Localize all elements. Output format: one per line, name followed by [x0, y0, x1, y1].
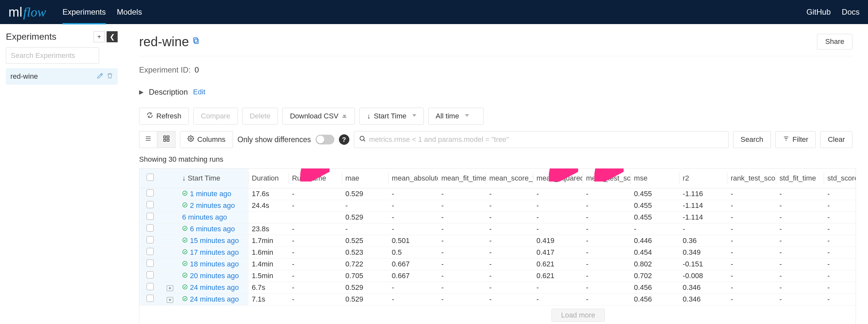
expand-plus-icon[interactable]: +	[167, 297, 173, 303]
col-std-score-tim[interactable]: std_score_tim	[824, 169, 856, 188]
table-row[interactable]: 15 minutes ago1.7min-0.5250.501--0.419-0…	[140, 235, 856, 246]
row-expand[interactable]	[161, 258, 179, 270]
table-row[interactable]: 18 minutes ago1.4min-0.7220.667--0.621-0…	[140, 258, 856, 270]
table-row[interactable]: 20 minutes ago1.5min-0.7050.667--0.621-0…	[140, 270, 856, 282]
table-row[interactable]: 1 minute ago17.6s-0.529-----0.455-1.116-…	[140, 188, 856, 200]
row-checkbox[interactable]	[140, 211, 161, 223]
toolbar-row-2: Columns Only show differences ? metrics.…	[139, 131, 852, 148]
run-time-link[interactable]: 18 minutes ago	[190, 260, 239, 268]
run-time-link[interactable]: 2 minutes ago	[190, 201, 235, 209]
col-duration[interactable]: Duration	[249, 169, 289, 188]
runs-search-input[interactable]: metrics.rmse < 1 and params.model = "tre…	[354, 131, 728, 148]
run-time-link[interactable]: 1 minute ago	[190, 190, 231, 198]
nav-models[interactable]: Models	[117, 0, 142, 24]
run-time-link[interactable]: 24 minutes ago	[190, 295, 239, 303]
edit-description-link[interactable]: Edit	[193, 88, 206, 96]
timerange-dropdown[interactable]: All time	[428, 108, 484, 125]
search-experiments-input[interactable]: Search Experiments	[6, 48, 99, 64]
expand-plus-icon[interactable]: +	[167, 285, 173, 291]
row-checkbox[interactable]	[140, 246, 161, 258]
cell-start-time[interactable]: 1 minute ago	[179, 188, 248, 200]
col-rank-test-scor[interactable]: rank_test_scor	[727, 169, 776, 188]
only-diff-toggle[interactable]	[315, 135, 334, 144]
grid-view-button[interactable]	[157, 131, 176, 148]
nav-experiments[interactable]: Experiments	[62, 0, 105, 24]
row-expand[interactable]	[161, 200, 179, 211]
table-row[interactable]: + 24 minutes ago6.7s-0.529-----0.4560.34…	[140, 282, 856, 293]
row-expand[interactable]: +	[161, 293, 179, 305]
row-checkbox[interactable]	[140, 258, 161, 270]
download-csv-button[interactable]: Download CSV	[282, 108, 355, 125]
col-std-fit-time[interactable]: std_fit_time	[776, 169, 824, 188]
cell-start-time[interactable]: 15 minutes ago	[179, 235, 248, 246]
col-mse[interactable]: mse	[631, 169, 680, 188]
cell-start-time[interactable]: 17 minutes ago	[179, 246, 248, 258]
row-checkbox[interactable]	[140, 188, 161, 200]
cell-start-time[interactable]: 24 minutes ago	[179, 282, 248, 293]
row-checkbox[interactable]	[140, 270, 161, 282]
load-more-button[interactable]: Load more	[552, 309, 604, 322]
sidebar-item-red-wine[interactable]: red-wine	[6, 68, 118, 85]
run-time-link[interactable]: 20 minutes ago	[190, 272, 239, 280]
row-checkbox[interactable]	[140, 235, 161, 246]
status-check-icon	[182, 202, 188, 208]
run-time-link[interactable]: 17 minutes ago	[190, 248, 239, 256]
nav-github[interactable]: GitHub	[807, 7, 831, 17]
help-icon[interactable]: ?	[339, 134, 349, 145]
col-mean-absolute[interactable]: mean_absolute	[389, 169, 438, 188]
delete-button[interactable]: Delete	[242, 108, 278, 125]
table-row[interactable]: + 24 minutes ago7.1s-0.529-----0.4560.34…	[140, 293, 856, 305]
table-row[interactable]: 6 minutes ago23.8s---------------	[140, 223, 856, 235]
table-row[interactable]: 6 minutes ago0.529-----0.455-1.114------	[140, 211, 856, 223]
col-mean-fit-time[interactable]: mean_fit_time	[438, 169, 486, 188]
row-checkbox[interactable]	[140, 223, 161, 235]
description-row[interactable]: ▶ Description Edit	[139, 88, 852, 97]
col-select-all[interactable]	[140, 169, 161, 188]
col-mean-score-ti[interactable]: mean_score_ti	[486, 169, 533, 188]
col-run-name[interactable]: Run Name	[288, 169, 342, 188]
row-expand[interactable]	[161, 188, 179, 200]
clear-button[interactable]: Clear	[820, 131, 852, 148]
row-checkbox[interactable]	[140, 282, 161, 293]
col-mae[interactable]: mae	[342, 169, 389, 188]
col-mean-test-sco[interactable]: mean_test_sco	[583, 169, 631, 188]
refresh-button[interactable]: Refresh	[139, 108, 189, 125]
run-time-link[interactable]: 15 minutes ago	[190, 236, 239, 245]
run-time-link[interactable]: 6 minutes ago	[182, 213, 227, 221]
cell-start-time[interactable]: 18 minutes ago	[179, 258, 248, 270]
columns-button[interactable]: Columns	[180, 131, 233, 148]
nav-docs[interactable]: Docs	[842, 7, 860, 17]
row-checkbox[interactable]	[140, 293, 161, 305]
col-mean-squared[interactable]: mean_squared	[533, 169, 583, 188]
edit-experiment-icon[interactable]	[97, 72, 103, 81]
collapse-sidebar-button[interactable]: ❮	[106, 31, 118, 42]
sort-dropdown[interactable]: ↓ Start Time	[360, 108, 424, 125]
delete-experiment-icon[interactable]	[106, 72, 113, 81]
row-expand[interactable]	[161, 211, 179, 223]
filter-button[interactable]: Filter	[775, 131, 816, 148]
compare-button[interactable]: Compare	[193, 108, 238, 125]
logo[interactable]: mlflow	[8, 5, 46, 20]
row-expand[interactable]	[161, 246, 179, 258]
col-start-time[interactable]: ↓Start Time	[179, 169, 248, 188]
cell-start-time[interactable]: 6 minutes ago	[179, 211, 248, 223]
run-time-link[interactable]: 24 minutes ago	[190, 283, 239, 292]
share-button[interactable]: Share	[817, 34, 852, 50]
cell-start-time[interactable]: 2 minutes ago	[179, 200, 248, 211]
row-expand[interactable]	[161, 270, 179, 282]
copy-experiment-icon[interactable]	[192, 37, 200, 47]
table-row[interactable]: 2 minutes ago24.4s-------0.455-1.114----…	[140, 200, 856, 211]
col-r2[interactable]: r2	[680, 169, 727, 188]
search-button[interactable]: Search	[733, 131, 771, 148]
cell-start-time[interactable]: 24 minutes ago	[179, 293, 248, 305]
run-time-link[interactable]: 6 minutes ago	[190, 225, 235, 233]
add-experiment-button[interactable]: +	[94, 31, 105, 42]
row-expand[interactable]	[161, 223, 179, 235]
cell-start-time[interactable]: 20 minutes ago	[179, 270, 248, 282]
table-row[interactable]: 17 minutes ago1.6min-0.5230.5--0.417-0.4…	[140, 246, 856, 258]
row-expand[interactable]: +	[161, 282, 179, 293]
cell-start-time[interactable]: 6 minutes ago	[179, 223, 248, 235]
list-view-button[interactable]	[139, 131, 157, 148]
row-expand[interactable]	[161, 235, 179, 246]
row-checkbox[interactable]	[140, 200, 161, 211]
